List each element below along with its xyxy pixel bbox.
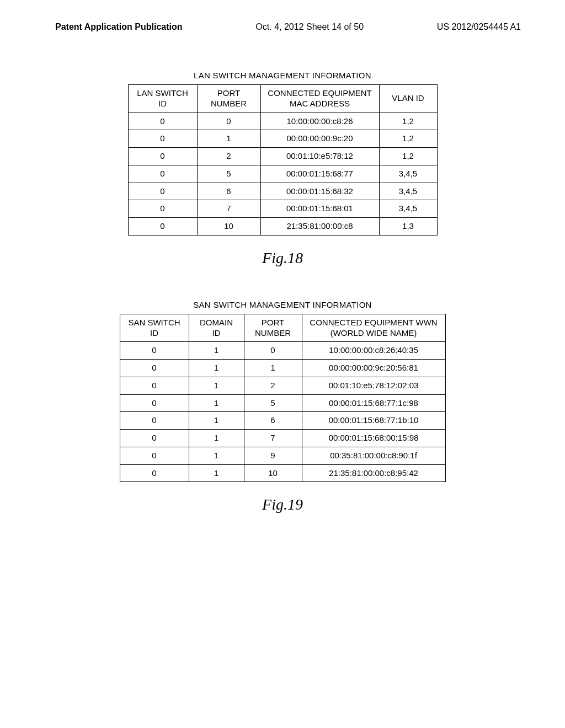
table-row: 01200:01:10:e5:78:12:02:03 — [120, 377, 445, 394]
table-row: 01900:35:81:00:00:c8:90:1f — [120, 447, 445, 464]
table-cell: 0 — [128, 130, 197, 148]
table-cell: 0 — [120, 430, 189, 447]
lan-header-mac-address: CONNECTED EQUIPMENT MAC ADDRESS — [260, 85, 379, 113]
table-cell: 1 — [189, 430, 244, 447]
table-cell: 00:00:00:00:9c:20 — [260, 130, 379, 148]
table-cell: 0 — [128, 218, 197, 235]
table-cell: 00:00:01:15:68:32 — [260, 183, 379, 200]
page-header: Patent Application Publication Oct. 4, 2… — [0, 0, 565, 38]
lan-table: LAN SWITCH ID PORT NUMBER CONNECTED EQUI… — [128, 84, 438, 235]
fig-18-label: Fig.18 — [0, 249, 565, 267]
table-cell: 10 — [197, 218, 260, 235]
table-cell: 6 — [244, 412, 302, 430]
table-cell: 9 — [244, 447, 302, 464]
table-cell: 0 — [120, 447, 189, 464]
fig-19-label: Fig.19 — [0, 496, 565, 513]
table-cell: 1 — [189, 464, 244, 482]
table-cell: 00:01:10:e5:78:12:02:03 — [302, 377, 445, 394]
table-cell: 2 — [197, 148, 260, 165]
table-cell: 1 — [189, 342, 244, 360]
table-cell: 1 — [189, 447, 244, 464]
table-row: 0500:00:01:15:68:773,4,5 — [128, 165, 437, 183]
lan-header-vlan-id: VLAN ID — [379, 85, 437, 113]
table-cell: 0 — [120, 412, 189, 430]
table-cell: 0 — [128, 113, 197, 130]
table-cell: 1,2 — [379, 113, 437, 130]
table-row: 01021:35:81:00:00:c81,3 — [128, 218, 437, 235]
header-right: US 2012/0254445 A1 — [437, 22, 521, 32]
lan-table-header-row: LAN SWITCH ID PORT NUMBER CONNECTED EQUI… — [128, 85, 437, 113]
table-cell: 1 — [189, 360, 244, 377]
table-cell: 3,4,5 — [379, 165, 437, 183]
table-cell: 0 — [197, 113, 260, 130]
table-row: 0200:01:10:e5:78:121,2 — [128, 148, 437, 165]
table-row: 0100:00:00:00:9c:201,2 — [128, 130, 437, 148]
table-cell: 1,2 — [379, 130, 437, 148]
table-cell: 10:00:00:00:c8:26 — [260, 113, 379, 130]
san-table-header-row: SAN SWITCH ID DOMAIN ID PORT NUMBER CONN… — [120, 314, 445, 342]
table-cell: 5 — [244, 394, 302, 412]
table-cell: 0 — [128, 183, 197, 200]
table-cell: 00:00:01:15:68:77 — [260, 165, 379, 183]
table-cell: 0 — [128, 165, 197, 183]
table-cell: 00:00:01:15:68:00:15:98 — [302, 430, 445, 447]
table-row: 0600:00:01:15:68:323,4,5 — [128, 183, 437, 200]
table-row: 01700:00:01:15:68:00:15:98 — [120, 430, 445, 447]
table-cell: 0 — [120, 464, 189, 482]
table-cell: 21:35:81:00:00:c8 — [260, 218, 379, 235]
table-row: 01100:00:00:00:9c:20:56:81 — [120, 360, 445, 377]
table-cell: 6 — [197, 183, 260, 200]
table-cell: 1,3 — [379, 218, 437, 235]
table-cell: 00:35:81:00:00:c8:90:1f — [302, 447, 445, 464]
table-cell: 00:00:00:00:9c:20:56:81 — [302, 360, 445, 377]
table-cell: 0 — [120, 360, 189, 377]
table-cell: 1 — [189, 377, 244, 394]
san-header-port-number: PORT NUMBER — [244, 314, 302, 342]
lan-header-switch-id: LAN SWITCH ID — [128, 85, 197, 113]
table-row: 01600:00:01:15:68:77:1b:10 — [120, 412, 445, 430]
table-cell: 0 — [128, 200, 197, 218]
table-cell: 0 — [120, 394, 189, 412]
header-center: Oct. 4, 2012 Sheet 14 of 50 — [255, 22, 364, 32]
page-content: LAN SWITCH MANAGEMENT INFORMATION LAN SW… — [0, 38, 565, 513]
table-cell: 00:00:01:15:68:77:1c:98 — [302, 394, 445, 412]
table-cell: 7 — [244, 430, 302, 447]
table-cell: 0 — [120, 342, 189, 360]
san-header-wwn: CONNECTED EQUIPMENT WWN (WORLD WIDE NAME… — [302, 314, 445, 342]
table-cell: 5 — [197, 165, 260, 183]
table-cell: 3,4,5 — [379, 200, 437, 218]
table-cell: 00:00:01:15:68:01 — [260, 200, 379, 218]
table-cell: 7 — [197, 200, 260, 218]
table-cell: 3,4,5 — [379, 183, 437, 200]
lan-table-title: LAN SWITCH MANAGEMENT INFORMATION — [0, 71, 565, 80]
table-cell: 2 — [244, 377, 302, 394]
table-cell: 00:00:01:15:68:77:1b:10 — [302, 412, 445, 430]
lan-header-port-number: PORT NUMBER — [197, 85, 260, 113]
table-row: 01500:00:01:15:68:77:1c:98 — [120, 394, 445, 412]
san-table-title: SAN SWITCH MANAGEMENT INFORMATION — [0, 300, 565, 309]
table-cell: 1 — [197, 130, 260, 148]
table-cell: 00:01:10:e5:78:12 — [260, 148, 379, 165]
table-cell: 1 — [189, 412, 244, 430]
table-cell: 1 — [189, 394, 244, 412]
table-row: 011021:35:81:00:00:c8:95:42 — [120, 464, 445, 482]
table-cell: 1 — [244, 360, 302, 377]
header-left: Patent Application Publication — [55, 22, 183, 32]
table-cell: 1,2 — [379, 148, 437, 165]
san-header-switch-id: SAN SWITCH ID — [120, 314, 189, 342]
table-cell: 21:35:81:00:00:c8:95:42 — [302, 464, 445, 482]
table-cell: 0 — [244, 342, 302, 360]
table-row: 0010:00:00:00:c8:261,2 — [128, 113, 437, 130]
san-header-domain-id: DOMAIN ID — [189, 314, 244, 342]
table-cell: 0 — [128, 148, 197, 165]
table-cell: 10:00:00:00:c8:26:40:35 — [302, 342, 445, 360]
table-row: 0700:00:01:15:68:013,4,5 — [128, 200, 437, 218]
san-table: SAN SWITCH ID DOMAIN ID PORT NUMBER CONN… — [120, 314, 446, 483]
table-cell: 10 — [244, 464, 302, 482]
table-row: 01010:00:00:00:c8:26:40:35 — [120, 342, 445, 360]
table-cell: 0 — [120, 377, 189, 394]
